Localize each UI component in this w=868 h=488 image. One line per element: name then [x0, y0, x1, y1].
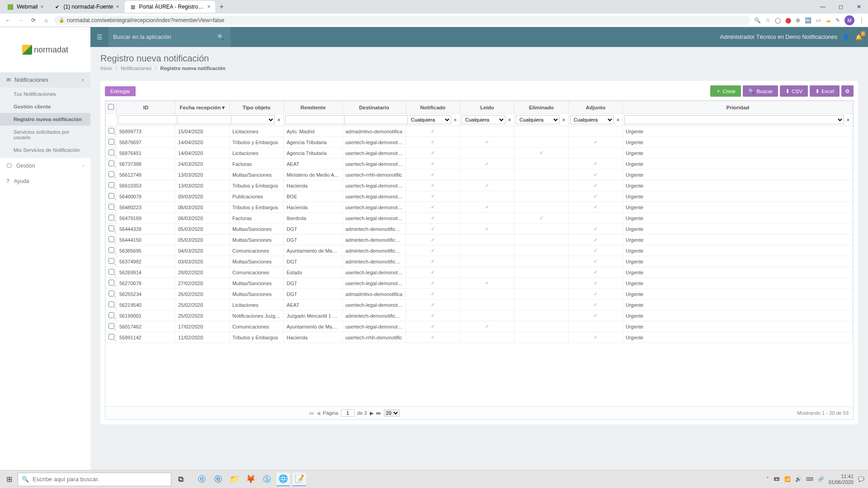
- home-button[interactable]: ⌂: [42, 17, 51, 23]
- ext-icon[interactable]: ☁: [826, 17, 831, 23]
- row-checkbox[interactable]: [108, 323, 114, 329]
- ext-icon[interactable]: ⊕: [796, 17, 800, 23]
- start-button[interactable]: ⊞: [4, 475, 15, 483]
- table-row[interactable]: 5644415005/03/2020Multas/SancionesDGTadm…: [106, 235, 853, 245]
- notifications-bell[interactable]: 🔔5: [855, 34, 863, 41]
- filter-eliminado[interactable]: Cualquiera: [516, 115, 560, 124]
- maximize-button[interactable]: ◻: [832, 0, 850, 13]
- browser-tab-active[interactable]: ▥ Portal ÁUREA - Registro nueva n ×: [125, 1, 215, 13]
- minimize-button[interactable]: —: [814, 0, 832, 13]
- table-row[interactable]: 5661035313/03/2020Tributos y EmbargosHac…: [106, 180, 853, 191]
- row-checkbox[interactable]: [108, 193, 114, 199]
- breadcrumb-notificaciones[interactable]: Notificaciones: [121, 66, 151, 71]
- select-all-checkbox[interactable]: [108, 104, 114, 110]
- clock[interactable]: 11:41 01/06/2020: [829, 474, 854, 485]
- profile-avatar[interactable]: M: [844, 15, 854, 25]
- filter-prioridad[interactable]: [624, 115, 844, 124]
- star-icon[interactable]: ☆: [765, 17, 770, 23]
- table-row[interactable]: 5647916906/03/2020FacturasIberdrolausert…: [106, 213, 853, 224]
- sidebar-item-registro-nueva[interactable]: Registro nueva notificación: [0, 113, 90, 126]
- row-checkbox[interactable]: [108, 334, 114, 340]
- table-row[interactable]: 5589114211/02/2020Tributos y EmbargosHac…: [106, 332, 853, 343]
- entregar-button[interactable]: Entregar: [105, 86, 136, 96]
- taskbar-search[interactable]: 🔍 Escribe aquí para buscar.: [18, 473, 171, 486]
- table-row[interactable]: 5627007827/02/2020Multas/SancionesDGTuse…: [106, 278, 853, 289]
- row-checkbox[interactable]: [108, 269, 114, 275]
- hamburger-icon[interactable]: ☰: [90, 27, 108, 47]
- table-row[interactable]: 5621954025/02/2020LicitacionesAEATuserte…: [106, 300, 853, 310]
- page-input[interactable]: [341, 409, 354, 417]
- ext-icon[interactable]: 🔤: [805, 17, 811, 23]
- sidebar-item-gestion-cliente[interactable]: Gestión cliente: [0, 100, 90, 113]
- row-checkbox[interactable]: [108, 236, 114, 242]
- row-checkbox[interactable]: [108, 247, 114, 253]
- next-page-button[interactable]: ▶: [370, 410, 373, 416]
- row-checkbox[interactable]: [108, 182, 114, 188]
- row-checkbox[interactable]: [108, 150, 114, 155]
- sidebar-item-mis-servicios[interactable]: Mis Servicios de Notificación: [0, 144, 90, 156]
- table-row[interactable]: 5648007809/03/2020PublicacionesBOEuserte…: [106, 191, 853, 202]
- clear-icon[interactable]: ×: [845, 117, 851, 122]
- col-destinatario[interactable]: Destinatario: [343, 101, 406, 114]
- skype-icon[interactable]: Ⓢ: [260, 473, 274, 486]
- browser-tab[interactable]: ✔ (1) normadat-Fuente ×: [49, 1, 123, 13]
- col-leido[interactable]: Leído: [460, 101, 514, 114]
- filter-tipo[interactable]: [231, 115, 275, 124]
- tray-network-icon[interactable]: 📶: [784, 476, 791, 482]
- col-adjunto[interactable]: Adjunto: [569, 101, 623, 114]
- close-icon[interactable]: ×: [208, 4, 211, 10]
- first-page-button[interactable]: ⏮: [309, 410, 314, 416]
- browser-tab[interactable]: 🟩 Webmail ×: [2, 1, 48, 13]
- filter-remitente[interactable]: [285, 115, 351, 124]
- row-checkbox[interactable]: [108, 301, 114, 307]
- sidebar-item-servicios-solicitados[interactable]: Servicios solicitados por usuario: [0, 126, 90, 144]
- breadcrumb-inicio[interactable]: Inicio: [100, 66, 112, 71]
- clear-icon[interactable]: ×: [276, 117, 282, 122]
- row-checkbox[interactable]: [108, 225, 114, 231]
- zoom-icon[interactable]: 🔍: [754, 17, 761, 23]
- col-prioridad[interactable]: Prioridad: [623, 101, 853, 114]
- table-row[interactable]: 5661274913/03/2020Multas/SancionesMinist…: [106, 169, 853, 180]
- app-search[interactable]: ☰ Buscar en la aplicación 🔍: [90, 27, 231, 47]
- col-fecha[interactable]: Fecha recepción ▾: [175, 101, 230, 114]
- ext-icon[interactable]: ▭: [816, 17, 821, 23]
- clear-icon[interactable]: ×: [506, 117, 513, 122]
- close-icon[interactable]: ×: [40, 4, 43, 10]
- firefox-icon[interactable]: 🦊: [244, 473, 257, 486]
- filter-destinatario[interactable]: [344, 115, 410, 124]
- row-checkbox[interactable]: [108, 215, 114, 221]
- col-notificado[interactable]: Notificado: [406, 101, 460, 114]
- table-row[interactable]: 5637498203/03/2020Multas/SancionesDGTadm…: [106, 256, 853, 267]
- search-icon[interactable]: 🔍: [217, 34, 224, 40]
- row-checkbox[interactable]: [108, 160, 114, 166]
- col-id[interactable]: ID: [117, 101, 175, 114]
- clear-icon[interactable]: ×: [615, 117, 621, 122]
- task-view-icon[interactable]: ⧉: [174, 473, 188, 486]
- col-remitente[interactable]: Remitente: [284, 101, 343, 114]
- tray-volume-icon[interactable]: 🔊: [795, 476, 802, 482]
- close-icon[interactable]: ×: [116, 4, 119, 10]
- edge-icon[interactable]: ⓔ: [211, 473, 225, 486]
- row-checkbox[interactable]: [108, 128, 114, 134]
- table-row[interactable]: 5601746217/02/2020ComunicacionesAyuntami…: [106, 321, 853, 332]
- row-checkbox[interactable]: [108, 139, 114, 145]
- crear-button[interactable]: ＋Crear: [710, 85, 741, 97]
- ie-icon[interactable]: ⓔ: [195, 473, 208, 486]
- sidebar-item-tus-notificaciones[interactable]: Tus Notificaciones: [0, 88, 90, 100]
- table-row[interactable]: 5644432805/03/2020Multas/SancionesDGTadm…: [106, 224, 853, 235]
- tray-keyboard-icon[interactable]: ⌨: [806, 476, 813, 482]
- csv-button[interactable]: ⬇CSV: [780, 85, 808, 97]
- ext-icon[interactable]: ✎: [835, 17, 840, 23]
- reload-button[interactable]: ⟳: [29, 17, 38, 23]
- table-row[interactable]: 5673738824/03/2020FacturasAEATusertech-l…: [106, 159, 853, 169]
- clear-icon[interactable]: ×: [561, 117, 567, 122]
- tray-link-icon[interactable]: 🔗: [818, 476, 824, 482]
- close-window-button[interactable]: ✕: [850, 0, 868, 13]
- table-row[interactable]: 5689977315/04/2020LicitacionesAyto. Madr…: [106, 126, 853, 137]
- tray-battery-icon[interactable]: 📼: [774, 476, 780, 482]
- table-row[interactable]: 5626991428/02/2020ComunicacionesEstadous…: [106, 267, 853, 278]
- sidebar-group-gestion[interactable]: 🖵 Gestión ‹: [0, 158, 90, 174]
- ext-icon[interactable]: ⬤: [785, 17, 791, 23]
- table-row[interactable]: 5687645114/04/2020LicitacionesAgencia Tr…: [106, 148, 853, 159]
- row-checkbox[interactable]: [108, 312, 114, 318]
